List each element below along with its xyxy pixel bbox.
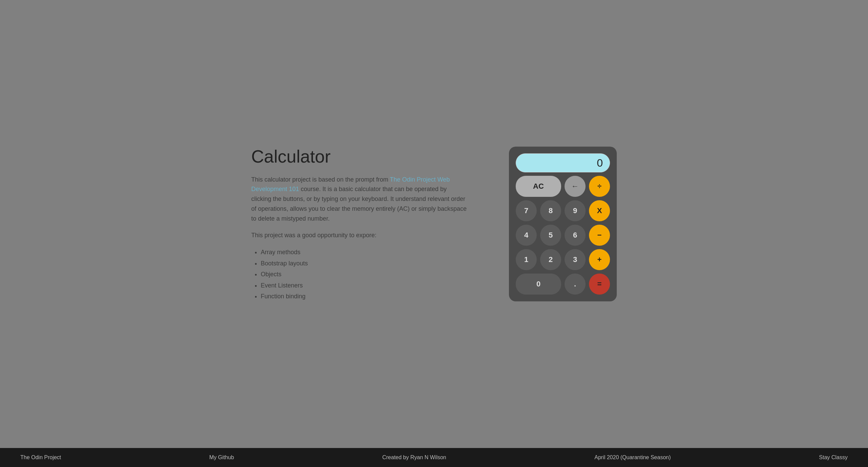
button-row-2: 7 8 9 X [516, 200, 610, 221]
footer-tagline: Stay Classy [819, 454, 848, 461]
ac-button[interactable]: AC [516, 176, 561, 197]
one-button[interactable]: 1 [516, 249, 537, 270]
eight-button[interactable]: 8 [540, 200, 561, 221]
add-button[interactable]: + [589, 249, 610, 270]
footer: The Odin Project My Github Created by Ry… [0, 448, 868, 467]
github-footer-link[interactable]: My Github [209, 454, 234, 461]
backspace-button[interactable]: ← [565, 176, 586, 197]
six-button[interactable]: 6 [565, 225, 586, 246]
four-button[interactable]: 4 [516, 225, 537, 246]
list-item: Event Listeners [261, 280, 468, 291]
odin-project-footer-link[interactable]: The Odin Project [20, 454, 61, 461]
three-button[interactable]: 3 [565, 249, 586, 270]
button-row-5: 0 . = [516, 274, 610, 295]
two-button[interactable]: 2 [540, 249, 561, 270]
multiply-button[interactable]: X [589, 200, 610, 221]
display-value: 0 [597, 157, 603, 169]
list-item: Bootstrap layouts [261, 258, 468, 269]
list-item: Array methods [261, 247, 468, 258]
button-row-4: 1 2 3 + [516, 249, 610, 270]
calculator-display: 0 [516, 153, 610, 172]
seven-button[interactable]: 7 [516, 200, 537, 221]
equals-button[interactable]: = [589, 274, 610, 295]
divide-button[interactable]: ÷ [589, 176, 610, 197]
description-panel: Calculator This calculator project is ba… [251, 146, 468, 302]
five-button[interactable]: 5 [540, 225, 561, 246]
decimal-button[interactable]: . [565, 274, 586, 295]
list-item: Function binding [261, 291, 468, 302]
footer-credit: Created by Ryan N Wilson [382, 454, 446, 461]
subtract-button[interactable]: − [589, 225, 610, 246]
page-title: Calculator [251, 146, 468, 167]
footer-date: April 2020 (Quarantine Season) [594, 454, 671, 461]
button-row-1: AC ← ÷ [516, 176, 610, 197]
feature-list: Array methods Bootstrap layouts Objects … [251, 247, 468, 302]
description-paragraph-1: This calculator project is based on the … [251, 175, 468, 224]
main-content: Calculator This calculator project is ba… [0, 0, 868, 448]
zero-button[interactable]: 0 [516, 274, 561, 295]
calculator: 0 AC ← ÷ 7 8 9 X 4 5 6 − 1 2 3 + [509, 147, 617, 301]
nine-button[interactable]: 9 [565, 200, 586, 221]
button-row-3: 4 5 6 − [516, 225, 610, 246]
description-paragraph-2: This project was a good opportunity to e… [251, 230, 468, 240]
desc-text-1: This calculator project is based on the … [251, 176, 390, 183]
list-item: Objects [261, 269, 468, 280]
